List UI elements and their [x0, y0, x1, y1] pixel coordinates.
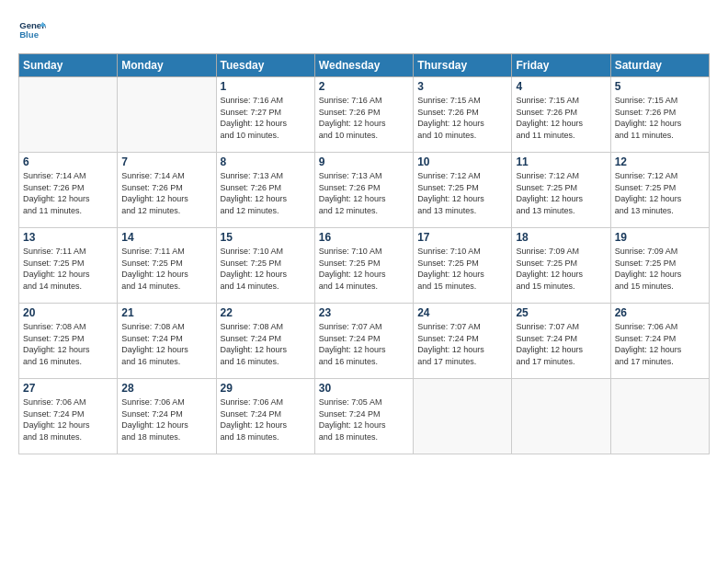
day-info: Sunrise: 7:16 AM Sunset: 7:26 PM Dayligh… — [319, 95, 409, 141]
day-number: 9 — [319, 155, 409, 168]
calendar-cell: 30Sunrise: 7:05 AM Sunset: 7:24 PM Dayli… — [314, 379, 413, 454]
day-info: Sunrise: 7:12 AM Sunset: 7:25 PM Dayligh… — [417, 170, 507, 216]
day-info: Sunrise: 7:11 AM Sunset: 7:25 PM Dayligh… — [23, 246, 113, 292]
day-number: 7 — [121, 155, 211, 168]
day-info: Sunrise: 7:11 AM Sunset: 7:25 PM Dayligh… — [121, 246, 211, 292]
calendar-cell: 3Sunrise: 7:15 AM Sunset: 7:26 PM Daylig… — [414, 77, 512, 153]
calendar-cell — [512, 379, 610, 454]
calendar-cell: 21Sunrise: 7:08 AM Sunset: 7:24 PM Dayli… — [118, 304, 216, 379]
svg-text:Blue: Blue — [19, 29, 39, 40]
day-number: 10 — [417, 155, 507, 168]
calendar-cell: 28Sunrise: 7:06 AM Sunset: 7:24 PM Dayli… — [118, 379, 216, 454]
week-row-1: 6Sunrise: 7:14 AM Sunset: 7:26 PM Daylig… — [19, 153, 710, 228]
day-info: Sunrise: 7:14 AM Sunset: 7:26 PM Dayligh… — [121, 170, 211, 216]
day-info: Sunrise: 7:10 AM Sunset: 7:25 PM Dayligh… — [417, 246, 507, 292]
calendar-cell: 20Sunrise: 7:08 AM Sunset: 7:25 PM Dayli… — [19, 304, 118, 379]
day-info: Sunrise: 7:06 AM Sunset: 7:24 PM Dayligh… — [121, 396, 211, 442]
calendar-cell: 13Sunrise: 7:11 AM Sunset: 7:25 PM Dayli… — [19, 228, 118, 304]
day-number: 26 — [615, 306, 705, 319]
day-number: 22 — [221, 306, 311, 319]
day-info: Sunrise: 7:07 AM Sunset: 7:24 PM Dayligh… — [516, 321, 606, 367]
weekday-header: SundayMondayTuesdayWednesdayThursdayFrid… — [19, 54, 710, 77]
calendar-cell: 27Sunrise: 7:06 AM Sunset: 7:24 PM Dayli… — [19, 379, 118, 454]
day-number: 30 — [319, 382, 409, 395]
day-info: Sunrise: 7:15 AM Sunset: 7:26 PM Dayligh… — [417, 95, 507, 141]
calendar-cell — [610, 379, 709, 454]
calendar-cell: 22Sunrise: 7:08 AM Sunset: 7:24 PM Dayli… — [216, 304, 314, 379]
weekday-tuesday: Tuesday — [216, 54, 314, 77]
day-number: 15 — [221, 231, 311, 244]
day-info: Sunrise: 7:06 AM Sunset: 7:24 PM Dayligh… — [615, 321, 705, 367]
day-info: Sunrise: 7:10 AM Sunset: 7:25 PM Dayligh… — [221, 246, 311, 292]
day-info: Sunrise: 7:07 AM Sunset: 7:24 PM Dayligh… — [319, 321, 409, 367]
calendar-cell: 14Sunrise: 7:11 AM Sunset: 7:25 PM Dayli… — [118, 228, 216, 304]
weekday-friday: Friday — [512, 54, 610, 77]
weekday-saturday: Saturday — [610, 54, 709, 77]
calendar-cell: 1Sunrise: 7:16 AM Sunset: 7:27 PM Daylig… — [216, 77, 314, 153]
week-row-4: 27Sunrise: 7:06 AM Sunset: 7:24 PM Dayli… — [19, 379, 710, 454]
calendar-cell: 8Sunrise: 7:13 AM Sunset: 7:26 PM Daylig… — [216, 153, 314, 228]
day-number: 18 — [516, 231, 606, 244]
calendar-cell: 18Sunrise: 7:09 AM Sunset: 7:25 PM Dayli… — [512, 228, 610, 304]
day-number: 29 — [221, 382, 311, 395]
day-number: 5 — [615, 80, 705, 93]
calendar-cell: 17Sunrise: 7:10 AM Sunset: 7:25 PM Dayli… — [414, 228, 512, 304]
day-info: Sunrise: 7:13 AM Sunset: 7:26 PM Dayligh… — [319, 170, 409, 216]
day-info: Sunrise: 7:10 AM Sunset: 7:25 PM Dayligh… — [319, 246, 409, 292]
day-number: 16 — [319, 231, 409, 244]
day-info: Sunrise: 7:15 AM Sunset: 7:26 PM Dayligh… — [615, 95, 705, 141]
day-number: 11 — [516, 155, 606, 168]
day-info: Sunrise: 7:15 AM Sunset: 7:26 PM Dayligh… — [516, 95, 606, 141]
logo: General Blue — [18, 17, 50, 44]
day-number: 24 — [417, 306, 507, 319]
day-number: 2 — [319, 80, 409, 93]
weekday-thursday: Thursday — [414, 54, 512, 77]
day-info: Sunrise: 7:09 AM Sunset: 7:25 PM Dayligh… — [615, 246, 705, 292]
day-number: 14 — [121, 231, 211, 244]
calendar-body: 1Sunrise: 7:16 AM Sunset: 7:27 PM Daylig… — [19, 77, 710, 454]
day-number: 27 — [23, 382, 113, 395]
calendar-cell: 2Sunrise: 7:16 AM Sunset: 7:26 PM Daylig… — [314, 77, 413, 153]
day-info: Sunrise: 7:09 AM Sunset: 7:25 PM Dayligh… — [516, 246, 606, 292]
calendar: SundayMondayTuesdayWednesdayThursdayFrid… — [18, 53, 710, 454]
week-row-2: 13Sunrise: 7:11 AM Sunset: 7:25 PM Dayli… — [19, 228, 710, 304]
day-info: Sunrise: 7:05 AM Sunset: 7:24 PM Dayligh… — [319, 396, 409, 442]
weekday-wednesday: Wednesday — [314, 54, 413, 77]
header: General Blue — [18, 17, 710, 44]
week-row-0: 1Sunrise: 7:16 AM Sunset: 7:27 PM Daylig… — [19, 77, 710, 153]
day-info: Sunrise: 7:16 AM Sunset: 7:27 PM Dayligh… — [221, 95, 311, 141]
day-info: Sunrise: 7:06 AM Sunset: 7:24 PM Dayligh… — [23, 396, 113, 442]
day-number: 1 — [221, 80, 311, 93]
day-number: 21 — [121, 306, 211, 319]
week-row-3: 20Sunrise: 7:08 AM Sunset: 7:25 PM Dayli… — [19, 304, 710, 379]
calendar-cell: 11Sunrise: 7:12 AM Sunset: 7:25 PM Dayli… — [512, 153, 610, 228]
day-number: 28 — [121, 382, 211, 395]
calendar-cell: 4Sunrise: 7:15 AM Sunset: 7:26 PM Daylig… — [512, 77, 610, 153]
calendar-cell: 12Sunrise: 7:12 AM Sunset: 7:25 PM Dayli… — [610, 153, 709, 228]
day-number: 23 — [319, 306, 409, 319]
day-info: Sunrise: 7:13 AM Sunset: 7:26 PM Dayligh… — [221, 170, 311, 216]
calendar-cell — [19, 77, 118, 153]
calendar-cell: 26Sunrise: 7:06 AM Sunset: 7:24 PM Dayli… — [610, 304, 709, 379]
day-number: 4 — [516, 80, 606, 93]
day-number: 3 — [417, 80, 507, 93]
day-number: 12 — [615, 155, 705, 168]
calendar-cell: 24Sunrise: 7:07 AM Sunset: 7:24 PM Dayli… — [414, 304, 512, 379]
calendar-cell: 23Sunrise: 7:07 AM Sunset: 7:24 PM Dayli… — [314, 304, 413, 379]
calendar-cell: 5Sunrise: 7:15 AM Sunset: 7:26 PM Daylig… — [610, 77, 709, 153]
day-info: Sunrise: 7:08 AM Sunset: 7:24 PM Dayligh… — [121, 321, 211, 367]
day-info: Sunrise: 7:06 AM Sunset: 7:24 PM Dayligh… — [221, 396, 311, 442]
weekday-sunday: Sunday — [19, 54, 118, 77]
calendar-cell: 7Sunrise: 7:14 AM Sunset: 7:26 PM Daylig… — [118, 153, 216, 228]
day-info: Sunrise: 7:14 AM Sunset: 7:26 PM Dayligh… — [23, 170, 113, 216]
day-number: 17 — [417, 231, 507, 244]
day-number: 6 — [23, 155, 113, 168]
day-number: 19 — [615, 231, 705, 244]
weekday-monday: Monday — [118, 54, 216, 77]
day-info: Sunrise: 7:12 AM Sunset: 7:25 PM Dayligh… — [516, 170, 606, 216]
day-number: 20 — [23, 306, 113, 319]
calendar-cell: 19Sunrise: 7:09 AM Sunset: 7:25 PM Dayli… — [610, 228, 709, 304]
calendar-cell — [118, 77, 216, 153]
day-number: 8 — [221, 155, 311, 168]
calendar-cell: 16Sunrise: 7:10 AM Sunset: 7:25 PM Dayli… — [314, 228, 413, 304]
